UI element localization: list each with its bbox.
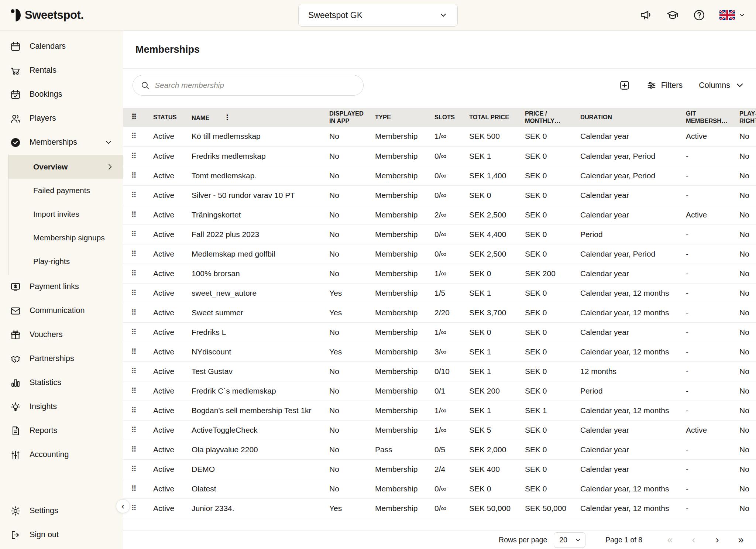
cell-type: Membership bbox=[375, 303, 434, 322]
add-membership-button[interactable] bbox=[619, 80, 630, 91]
sidebar-item[interactable]: Accounting bbox=[0, 443, 123, 467]
drag-handle-icon[interactable] bbox=[131, 289, 137, 297]
sidebar-collapse-button[interactable] bbox=[116, 499, 130, 513]
cell-price-monthly: SEK 0 bbox=[525, 420, 580, 440]
cell-duration: Calendar year bbox=[580, 264, 686, 283]
cell-play-right: No bbox=[739, 498, 756, 518]
table-row[interactable]: Active NYdiscount Yes Membership 3/∞ SEK… bbox=[123, 342, 756, 361]
table-row[interactable]: Active Olatest No Membership 0/∞ SEK 0 S… bbox=[123, 479, 756, 498]
table-row[interactable]: Active ActiveToggleCheck No Membership 1… bbox=[123, 420, 756, 440]
sidebar-footer-item[interactable]: Sign out bbox=[0, 523, 123, 547]
drag-handle-icon[interactable] bbox=[131, 308, 137, 317]
drag-handle-icon[interactable] bbox=[131, 347, 137, 356]
sidebar-item[interactable]: Memberships bbox=[0, 130, 123, 154]
rows-per-page-value: 20 bbox=[559, 536, 567, 544]
cell-price-monthly: SEK 0 bbox=[525, 127, 580, 146]
table-row[interactable]: Active Fredriks L No Membership 1/∞ SEK … bbox=[123, 322, 756, 342]
cell-status: Active bbox=[153, 146, 192, 166]
drag-handle-icon[interactable] bbox=[131, 132, 137, 140]
drag-handle-icon[interactable] bbox=[131, 445, 137, 454]
cell-price-monthly: SEK 0 bbox=[525, 459, 580, 479]
sweetspot-logo[interactable]: Sweetspot. bbox=[10, 8, 84, 22]
sidebar-item[interactable]: Rentals bbox=[0, 58, 123, 82]
sidebar-subitem[interactable]: Import invites bbox=[8, 202, 123, 226]
sidebar-item[interactable]: Players bbox=[0, 106, 123, 130]
drag-handle-icon[interactable] bbox=[131, 484, 137, 493]
cell-price-monthly: SEK 0 bbox=[525, 440, 580, 459]
cell-type: Membership bbox=[375, 479, 434, 498]
cell-displayed-in-app: No bbox=[329, 146, 375, 166]
table-row[interactable]: Active Fall 2022 plus 2023 No Membership… bbox=[123, 224, 756, 244]
academy-icon[interactable] bbox=[666, 9, 679, 21]
last-page-button[interactable]: » bbox=[735, 535, 747, 545]
sidebar-item[interactable]: Reports bbox=[0, 419, 123, 443]
columns-button[interactable]: Columns bbox=[699, 80, 745, 90]
drag-handle-icon[interactable] bbox=[131, 250, 137, 258]
cell-play-right: No bbox=[739, 322, 756, 342]
sidebar-footer-item[interactable]: Settings bbox=[0, 499, 123, 523]
cell-price-monthly: SEK 0 bbox=[525, 303, 580, 322]
filters-button[interactable]: Filters bbox=[646, 80, 683, 90]
drag-handle-icon[interactable] bbox=[131, 387, 137, 395]
cell-git-membership: - bbox=[686, 224, 739, 244]
sidebar-subitem[interactable]: Play-rights bbox=[8, 250, 123, 273]
table-row[interactable]: Active Medlemskap med golfbil No Members… bbox=[123, 244, 756, 264]
drag-handle-icon[interactable] bbox=[131, 367, 137, 375]
sidebar-item[interactable]: Partnerships bbox=[0, 347, 123, 371]
table-row[interactable]: Active Bogdan's sell membership Test 1kr… bbox=[123, 401, 756, 420]
sidebar-item[interactable]: Insights bbox=[0, 395, 123, 419]
cell-name: Ola playvalue 2200 bbox=[192, 440, 329, 459]
table-row[interactable]: Active 100% brorsan No Membership 1/∞ SE… bbox=[123, 264, 756, 283]
table-row[interactable]: Active Junior 2334. Yes Membership 0/∞ S… bbox=[123, 498, 756, 518]
table-row[interactable]: Active Fredrik C´s medlemskap No Members… bbox=[123, 381, 756, 401]
table-row[interactable]: Active Kö till medlemsskap No Membership… bbox=[123, 127, 756, 146]
drag-handle-icon[interactable] bbox=[131, 152, 137, 160]
drag-handle-icon[interactable] bbox=[131, 210, 137, 219]
table-row[interactable]: Active Träningskortet No Membership 2/∞ … bbox=[123, 205, 756, 224]
table-row[interactable]: Active Tomt medlemskap. No Membership 0/… bbox=[123, 166, 756, 185]
sidebar-subitem[interactable]: Membership signups bbox=[8, 226, 123, 250]
table-row[interactable]: Active Sweet summer Yes Membership 2/20 … bbox=[123, 303, 756, 322]
drag-handle-icon[interactable] bbox=[131, 504, 137, 512]
table-row[interactable]: Active sweet_new_autore Yes Membership 1… bbox=[123, 283, 756, 303]
sidebar-item[interactable]: Statistics bbox=[0, 371, 123, 395]
sidebar-item[interactable]: Calendars bbox=[0, 34, 123, 58]
sidebar-item[interactable]: Payment links bbox=[0, 275, 123, 299]
table-row[interactable]: Active Fredriks medlemskap No Membership… bbox=[123, 146, 756, 166]
drag-handle-icon[interactable] bbox=[131, 269, 137, 278]
rows-per-page-select[interactable]: 20 bbox=[554, 532, 585, 548]
drag-handle-icon[interactable] bbox=[131, 465, 137, 473]
column-header: STATUS bbox=[153, 108, 192, 127]
column-menu-icon[interactable] bbox=[224, 114, 231, 121]
sidebar-subitem[interactable]: Failed payments bbox=[8, 179, 123, 202]
next-page-button[interactable]: › bbox=[711, 535, 724, 545]
language-selector[interactable] bbox=[719, 10, 746, 20]
drag-handle-icon[interactable] bbox=[131, 328, 137, 336]
drag-handle-icon[interactable] bbox=[131, 191, 137, 199]
drag-handle-icon[interactable] bbox=[131, 230, 137, 239]
table-row[interactable]: Active DEMO No Membership 2/4 SEK 400 SE… bbox=[123, 459, 756, 479]
table-row[interactable]: Active Ola playvalue 2200 No Pass 0/5 SE… bbox=[123, 440, 756, 459]
sidebar-item[interactable]: Communication bbox=[0, 299, 123, 323]
cell-displayed-in-app: No bbox=[329, 459, 375, 479]
announcements-icon[interactable] bbox=[640, 9, 652, 21]
sidebar-item[interactable]: Vouchers bbox=[0, 323, 123, 347]
drag-handle-icon[interactable] bbox=[131, 406, 137, 415]
cell-duration: Calendar year bbox=[580, 322, 686, 342]
cell-drag bbox=[123, 479, 153, 498]
sidebar-item[interactable]: Bookings bbox=[0, 82, 123, 106]
prev-page-button[interactable]: ‹ bbox=[687, 535, 700, 545]
first-page-button[interactable]: « bbox=[664, 535, 676, 545]
search-input[interactable] bbox=[155, 81, 360, 90]
help-icon[interactable] bbox=[693, 9, 705, 21]
club-selector[interactable]: Sweetspot GK bbox=[298, 4, 458, 27]
table-row[interactable]: Active Test Gustav No Membership 0/10 SE… bbox=[123, 361, 756, 381]
table-row[interactable]: Active Silver - 50 rundor varav 10 PT No… bbox=[123, 185, 756, 205]
sidebar-subitem[interactable]: Overview bbox=[8, 155, 123, 179]
chevron-down-icon bbox=[735, 80, 745, 90]
drag-handle-icon[interactable] bbox=[131, 171, 137, 180]
drag-handle-icon[interactable] bbox=[131, 426, 137, 434]
cell-slots: 0/1 bbox=[434, 381, 469, 401]
cell-name: Junior 2334. bbox=[192, 498, 329, 518]
calendar-icon bbox=[10, 41, 21, 52]
